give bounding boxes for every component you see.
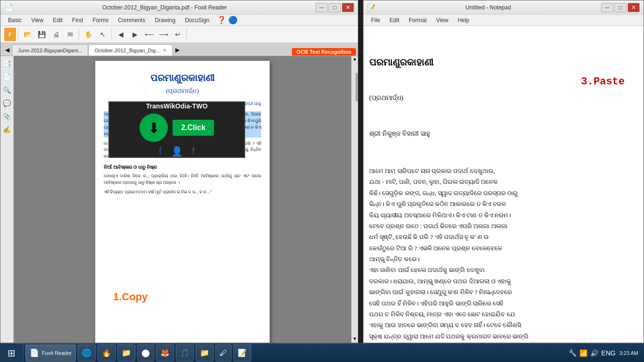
foxit-taskbar-label: Foxit Reader [42,350,72,356]
sidebar-comment-icon[interactable]: 💬 [1,98,13,109]
start-button[interactable]: ⊞ [0,344,24,362]
lang-indicator[interactable]: ENG [601,349,615,357]
back-button[interactable]: ⟵ [143,28,156,41]
close-button[interactable]: ✕ [342,3,354,12]
pdf-section-title: ନିଆଁ ଆବିଷ୍କାର ଓ ଧାତୁ ନିଷ୍ଣ [104,164,261,171]
user-icon[interactable]: 👤 [171,146,183,157]
tab-scroll-right[interactable]: ▶ [173,44,182,56]
taskbar-item-foxit[interactable]: 📄 Foxit Reader [25,345,76,362]
minimize-button[interactable]: ─ [315,3,328,12]
menu-drawing[interactable]: Drawing [151,16,179,25]
copy-label: 1.Copy [109,288,151,306]
taskbar-item-folder[interactable]: 📁 [196,345,214,362]
hand-tool-button[interactable]: ✋ [82,28,95,41]
maximize-button[interactable]: □ [329,3,341,12]
print-button[interactable]: 🖨 [50,28,63,41]
notepad-menu-edit[interactable]: Edit [386,16,403,25]
sidebar-attach-icon[interactable]: 📎 [1,111,13,122]
foxit-reader-window: 📄 October-2012_Bigyan_Diganta.pdf - Foxi… [0,0,358,343]
prev-page-button[interactable]: ◀ [115,28,128,41]
taskbar-item-fire[interactable]: 🔥 [98,345,116,362]
toolbar-arrow-group: ◀ ▶ ⟵ ⟶ ↩ [113,28,187,41]
notepad-line3: ଶ୍ରୀ ନିକୁଞ୍ଜ ବିହାରୀ ସାହୁ [369,128,638,140]
volume-sys-icon[interactable]: 🔊 [590,349,598,357]
transwikOdia-body: ⬇ 2.Click [140,114,214,142]
transwikOdia-title: TransWikOdia-TWO [146,102,208,110]
notepad-menu-view[interactable]: View [432,16,452,25]
sidebar-search-icon[interactable]: 🔍 [1,84,13,96]
foxit-taskbar-icon: 📄 [30,348,39,357]
paste-label: 3.Paste [581,73,625,90]
save-button[interactable]: 💾 [35,28,49,41]
system-tray: 🔧 📶 🔊 ENG [569,349,615,357]
music-taskbar-icon: 🎵 [180,348,190,357]
foxit-title: October-2012_Bigyan_Diganta.pdf - Foxit … [14,4,315,11]
pdf-body2: ବୋଧହୁଏ ମଣିଷ ନିଜେ ଜ... ପ୍ରକ୍ରିୟ ଥଲ ନିଆଁ। … [104,173,261,186]
rewind-button[interactable]: ↩ [171,28,184,41]
toolbar-edit-group: ✋ ↖ [80,28,112,41]
ie-taskbar-icon: 🌐 [82,348,91,357]
transwikOdia-overlay: TransWikOdia-TWO ⬇ 2.Click f 👤 f [108,101,245,158]
forward-button[interactable]: ⟶ [157,28,170,41]
foxit-tabs: ◀ June-2012-BigayanDigant... October-201… [0,43,358,56]
foxit-menubar: Basic View Edit Find Forms Comments Draw… [0,15,358,26]
taskbar-item-music[interactable]: 🎵 [176,345,194,362]
scroll-down-button[interactable]: ▼ [352,336,358,343]
menu-docusign[interactable]: DocuSign [181,16,213,25]
menu-basic[interactable]: Basic [4,16,25,25]
menu-find[interactable]: Find [68,16,87,25]
folder-taskbar-icon: 📁 [200,348,209,357]
notepad-menubar: File Edit Format View Help [363,15,644,26]
tab-scroll-left[interactable]: ◀ [2,44,12,56]
open-button[interactable]: 📂 [21,28,34,41]
scroll-up-button[interactable]: ▲ [352,56,358,63]
sidebar-page-icon[interactable]: 📄 [1,71,13,82]
foxit-toolbar: F 📂 💾 🖨 ✉ ✋ ↖ ◀ ▶ ⟵ ⟶ ↩ [0,26,358,43]
taskbar-item-chrome[interactable]: ⬤ [137,345,154,362]
network-sys-icon[interactable]: 📶 [579,349,587,357]
facebook-icon-right[interactable]: f [192,146,195,157]
notepad-close-button[interactable]: ✕ [627,3,640,12]
clock-time: 3:23 AM [619,350,638,356]
foxit-window-controls: ─ □ ✕ [315,3,354,12]
sidebar-bookmark-icon[interactable]: 📑 [1,58,13,69]
taskbar-item-pen[interactable]: 🖊 [215,345,231,362]
toolbar-file-group: F [2,28,18,41]
notepad-title: Untitled - Notepad [375,4,601,11]
taskbar-item-explorer[interactable]: 📁 [117,345,135,362]
transwikOdia-download-icon: ⬇ [140,114,168,142]
notepad-body: ଆମେ ଆମ ଚାରିପଟେ ନାନା ପ୍ରକାର ପଦାର୍ଥ ଦେଖୁଥା… [369,165,638,343]
next-page-button[interactable]: ▶ [129,28,142,41]
settings-sys-icon[interactable]: 🔧 [569,349,577,357]
taskbar: ⊞ 📄 Foxit Reader 🌐 🔥 📁 ⬤ 🦊 🎵 📁 🖊 [0,343,644,362]
foxit-sidebar: 📑 📄 🔍 💬 📎 ✍ [0,56,14,343]
taskbar-item-ie[interactable]: 🌐 [78,345,96,362]
foxit-logo-button[interactable]: F [4,28,16,41]
notepad-menu-file[interactable]: File [367,16,384,25]
notepad-menu-format[interactable]: Format [405,16,430,25]
scroll-thumb[interactable] [355,73,358,101]
notepad-text-area[interactable]: 3.Paste ପରମାଣୁରକାହାଣୀ (ପ୍ରଥମାର୍ଦ୍ଧ) ଶ୍ରୀ… [363,26,644,343]
tab-june[interactable]: June-2012-BigayanDigant... [12,44,88,56]
email-button[interactable]: ✉ [64,28,77,41]
select-button[interactable]: ↖ [96,28,109,41]
menu-comments[interactable]: Comments [114,16,149,25]
taskbar-items: 📄 Foxit Reader 🌐 🔥 📁 ⬤ 🦊 🎵 📁 🖊 📝 [24,345,563,362]
notepad-maximize-button[interactable]: □ [614,3,627,12]
tab-june-label: June-2012-BigayanDigant... [18,48,82,53]
sidebar-sign-icon[interactable]: ✍ [1,124,13,135]
explorer-taskbar-icon: 📁 [122,348,131,357]
menu-forms[interactable]: Forms [89,16,112,25]
notepad-window-controls: ─ □ ✕ [601,3,640,12]
menu-edit[interactable]: Edit [49,16,66,25]
notepad-menu-help[interactable]: Help [454,16,473,25]
notepad-minimize-button[interactable]: ─ [601,3,613,12]
facebook-icon-left[interactable]: f [159,146,162,157]
tab-october[interactable]: October-2012_Bigyan_Dig... ✕ [88,44,173,56]
taskbar-item-notepad[interactable]: 📝 [233,345,251,362]
transwikOdia-click-button[interactable]: 2.Click [173,120,214,136]
taskbar-item-ff[interactable]: 🦊 [156,345,174,362]
tab-october-close[interactable]: ✕ [163,48,166,53]
fire-taskbar-icon: 🔥 [102,348,111,357]
menu-view[interactable]: View [27,16,47,25]
